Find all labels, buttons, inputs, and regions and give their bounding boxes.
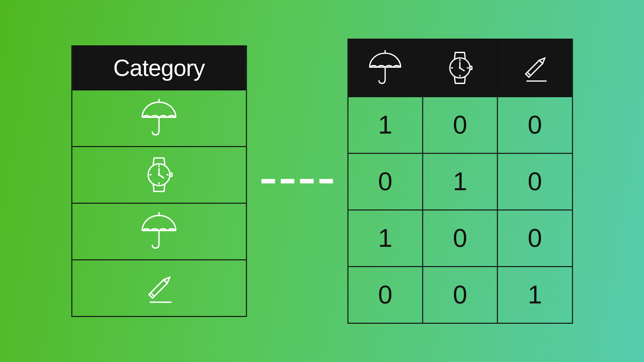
encoded-cell: 1 <box>348 210 422 266</box>
encoded-cell: 0 <box>348 154 422 209</box>
arrow-dash <box>300 179 313 183</box>
watch-icon <box>441 49 479 87</box>
encoded-row: 1 0 0 <box>348 209 572 266</box>
encoded-cell: 0 <box>497 97 572 153</box>
encoded-cell: 0 <box>422 210 497 266</box>
encoded-row: 1 0 0 <box>348 96 572 153</box>
umbrella-icon <box>366 49 405 87</box>
encoded-header-cell <box>422 40 497 96</box>
umbrella-icon <box>138 210 180 252</box>
encoded-cell: 0 <box>497 210 572 266</box>
encoded-cell: 0 <box>422 267 497 323</box>
transform-arrow <box>261 179 333 183</box>
category-header: Category <box>72 46 246 89</box>
encoded-row: 0 1 0 <box>348 153 572 209</box>
encoded-header-cell <box>348 40 422 96</box>
encoded-row: 0 0 1 <box>348 266 572 323</box>
encoded-cell: 1 <box>422 154 497 209</box>
encoded-cell: 0 <box>422 97 497 153</box>
encoded-cell: 1 <box>348 97 422 153</box>
category-row <box>72 89 246 146</box>
category-row <box>72 203 246 259</box>
pencil-icon <box>515 49 554 87</box>
encoded-cell: 0 <box>497 154 572 209</box>
umbrella-icon <box>138 97 180 139</box>
watch-icon <box>138 154 180 196</box>
arrow-dash <box>281 179 294 183</box>
encoded-cell: 1 <box>497 267 572 323</box>
one-hot-encoding-diagram: Category <box>71 39 573 324</box>
arrow-dash <box>261 179 275 183</box>
encoded-cell: 0 <box>348 267 422 323</box>
encoded-header-row <box>348 40 572 96</box>
category-table: Category <box>71 45 247 317</box>
encoded-header-cell <box>497 40 572 96</box>
category-row <box>72 259 246 316</box>
pencil-icon <box>138 267 180 309</box>
encoded-table: 1 0 0 0 1 0 1 0 0 0 0 1 <box>347 39 573 324</box>
arrow-dash <box>319 179 333 183</box>
category-row <box>72 146 246 203</box>
